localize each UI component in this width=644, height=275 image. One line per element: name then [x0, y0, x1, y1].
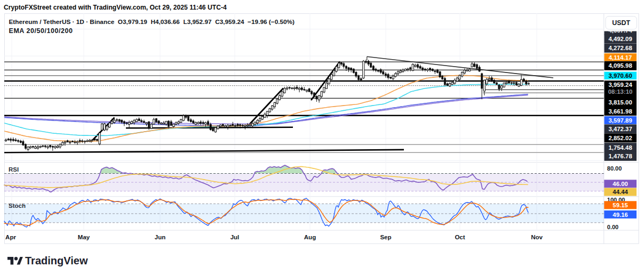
svg-text:3,815.00: 3,815.00: [608, 99, 632, 106]
svg-text:4,272.68: 4,272.68: [608, 45, 632, 51]
svg-text:1,476.78: 1,476.78: [608, 153, 632, 159]
svg-text:EMA 20/50/100/200: EMA 20/50/100/200: [9, 27, 73, 35]
svg-text:3,472.37: 3,472.37: [608, 126, 632, 132]
svg-text:1,754.48: 1,754.48: [608, 144, 632, 151]
svg-text:RSI: RSI: [9, 166, 19, 173]
svg-text:4,095.98: 4,095.98: [608, 62, 632, 69]
svg-text:59.15: 59.15: [613, 202, 628, 208]
svg-text:May: May: [78, 234, 90, 240]
svg-text:80.00: 80.00: [607, 165, 622, 172]
svg-text:Aug: Aug: [304, 234, 316, 240]
svg-text:3,970.60: 3,970.60: [608, 72, 632, 79]
svg-text:4,492.09: 4,492.09: [608, 36, 632, 42]
svg-text:Jul: Jul: [230, 234, 240, 240]
svg-text:2,852.02: 2,852.02: [608, 135, 632, 141]
svg-text:46.00: 46.00: [613, 181, 628, 187]
svg-text:08:13:10: 08:13:10: [608, 88, 633, 95]
svg-text:TradingView: TradingView: [25, 255, 88, 266]
svg-text:CryptoFXStreet created with Tr: CryptoFXStreet created with TradingView.…: [4, 4, 227, 11]
svg-text:Stoch: Stoch: [9, 203, 26, 209]
svg-text:Sep: Sep: [380, 234, 391, 240]
svg-text:49.16: 49.16: [613, 212, 628, 218]
svg-text:Apr: Apr: [5, 234, 16, 240]
svg-text:3,959.24: 3,959.24: [608, 82, 632, 88]
svg-text:4,114.17: 4,114.17: [609, 54, 632, 61]
svg-text:Ethereum / TetherUS · 1D · Bin: Ethereum / TetherUS · 1D · Binance O3,97…: [9, 18, 295, 26]
svg-text:3,597.89: 3,597.89: [608, 117, 632, 124]
svg-text:Nov: Nov: [531, 234, 543, 240]
svg-text:44.44: 44.44: [613, 189, 628, 195]
svg-text:0.00: 0.00: [607, 224, 618, 230]
svg-text:USDT: USDT: [612, 19, 630, 27]
svg-text:Jun: Jun: [155, 234, 165, 240]
svg-text:Oct: Oct: [455, 234, 465, 240]
svg-text:3,661.98: 3,661.98: [608, 108, 632, 115]
